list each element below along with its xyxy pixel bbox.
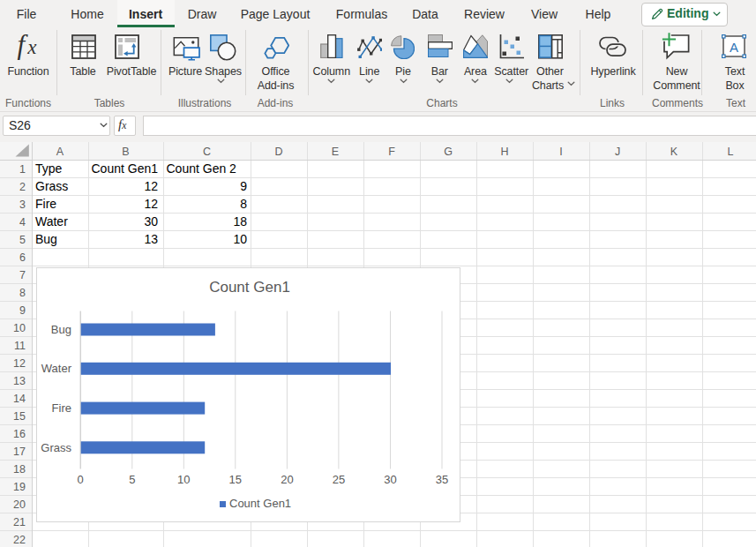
svg-text:21: 21 (13, 516, 26, 528)
svg-text:18: 18 (233, 214, 247, 229)
svg-text:15: 15 (229, 473, 242, 486)
svg-text:20: 20 (13, 498, 26, 511)
svg-text:18: 18 (13, 463, 26, 476)
svg-text:Fire: Fire (35, 197, 56, 211)
svg-text:F: F (388, 146, 395, 158)
svg-text:0: 0 (78, 473, 84, 486)
svg-text:E: E (332, 146, 339, 158)
svg-text:7: 7 (19, 269, 26, 281)
svg-text:2: 2 (19, 181, 26, 193)
svg-text:Fire: Fire (52, 401, 71, 415)
svg-text:H: H (500, 146, 508, 158)
svg-text:A: A (56, 146, 64, 158)
svg-text:22: 22 (13, 534, 26, 546)
svg-text:Count Gen1: Count Gen1 (229, 497, 291, 510)
svg-text:9: 9 (240, 179, 247, 193)
svg-text:35: 35 (436, 473, 448, 486)
svg-text:11: 11 (14, 340, 26, 352)
svg-text:5: 5 (19, 234, 26, 246)
svg-text:Water: Water (41, 362, 72, 375)
svg-text:B: B (122, 146, 129, 158)
svg-text:J: J (615, 146, 620, 158)
svg-text:10: 10 (13, 322, 26, 334)
svg-text:Water: Water (35, 214, 68, 229)
svg-text:G: G (444, 146, 453, 158)
svg-text:1: 1 (19, 163, 26, 176)
svg-text:3: 3 (19, 199, 26, 211)
svg-text:Grass: Grass (35, 179, 68, 193)
svg-text:15: 15 (13, 410, 26, 423)
svg-text:D: D (274, 146, 282, 158)
svg-text:17: 17 (13, 446, 26, 458)
svg-text:30: 30 (144, 214, 158, 229)
svg-text:9: 9 (19, 304, 26, 317)
svg-text:8: 8 (19, 287, 26, 299)
svg-text:Count Gen1: Count Gen1 (92, 161, 159, 176)
svg-text:30: 30 (384, 473, 396, 486)
svg-text:6: 6 (19, 251, 26, 264)
svg-text:25: 25 (333, 473, 345, 486)
svg-text:Bug: Bug (51, 323, 71, 336)
svg-text:19: 19 (13, 481, 26, 493)
svg-text:12: 12 (144, 197, 158, 211)
svg-text:10: 10 (233, 232, 247, 246)
svg-text:L: L (728, 146, 734, 158)
svg-text:16: 16 (13, 428, 26, 440)
svg-text:10: 10 (177, 473, 190, 486)
svg-text:12: 12 (13, 357, 26, 370)
svg-text:K: K (670, 146, 678, 158)
svg-text:4: 4 (19, 216, 26, 229)
svg-text:Type: Type (35, 161, 63, 176)
svg-text:20: 20 (281, 473, 293, 486)
svg-text:12: 12 (144, 179, 158, 193)
svg-text:5: 5 (129, 473, 135, 486)
svg-text:Count Gen1: Count Gen1 (209, 279, 290, 296)
svg-text:13: 13 (144, 232, 158, 246)
svg-text:Grass: Grass (41, 441, 71, 454)
svg-text:Bug: Bug (35, 232, 57, 246)
svg-text:8: 8 (240, 197, 247, 211)
svg-text:A: A (729, 40, 737, 55)
svg-text:C: C (203, 146, 211, 158)
svg-text:14: 14 (13, 393, 26, 405)
svg-text:Count Gen 2: Count Gen 2 (167, 161, 237, 176)
svg-text:I: I (559, 146, 562, 158)
svg-text:13: 13 (13, 375, 26, 387)
